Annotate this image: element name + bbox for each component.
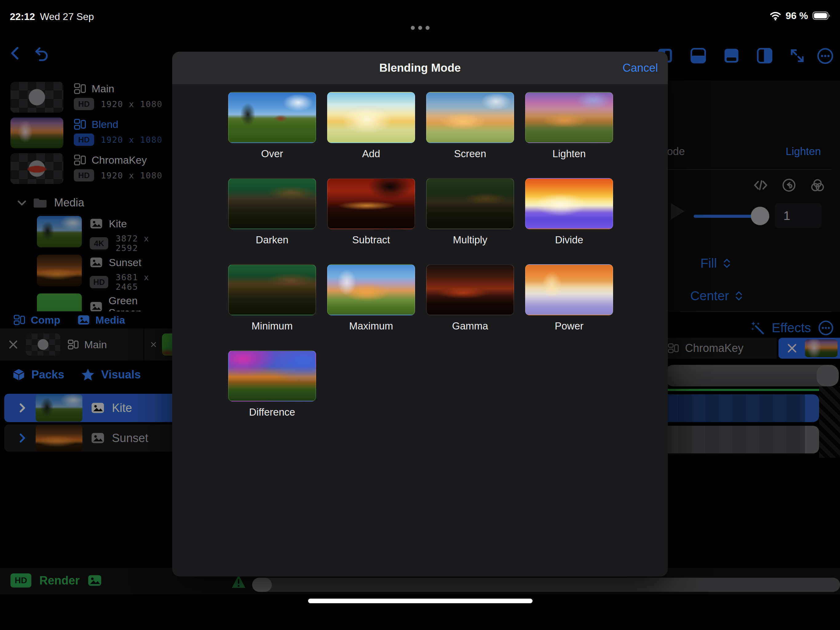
- inspector-panel: [663, 81, 840, 312]
- scrubber-cap: [816, 365, 839, 386]
- blend-mode-option-gamma[interactable]: Gamma: [426, 264, 514, 350]
- slider-thumb[interactable]: [751, 207, 769, 225]
- blend-mode-option-over[interactable]: Over: [228, 92, 316, 178]
- home-indicator[interactable]: [308, 598, 532, 603]
- fill-label: Fill: [700, 256, 717, 271]
- blend-mode-preview[interactable]: [525, 178, 613, 229]
- back-icon[interactable]: [9, 46, 23, 60]
- folder-icon: [33, 196, 47, 210]
- blend-mode-preview[interactable]: [228, 92, 316, 143]
- inspector-tab-chromakey[interactable]: ChromaKey: [663, 338, 777, 359]
- play-icon[interactable]: [671, 203, 684, 220]
- layout-bottom-filled-icon[interactable]: [723, 47, 740, 64]
- workspace-tab-strip: Main: [0, 329, 172, 361]
- layer-row-blend[interactable]: Blend HD 1920 x 1080: [0, 116, 172, 151]
- more-options-icon[interactable]: [816, 47, 834, 65]
- blend-mode-preview[interactable]: [426, 264, 514, 315]
- media-item-greenscreen[interactable]: Green Screen: [0, 293, 172, 311]
- layout-bottom-half-icon[interactable]: [690, 47, 707, 64]
- comp-icon: [68, 339, 79, 350]
- mode-value[interactable]: Lighten: [786, 145, 821, 157]
- media-item-sunset[interactable]: Sunset HD 3681 x 2465: [0, 254, 172, 291]
- center-dropdown[interactable]: Center: [690, 288, 744, 303]
- workspace-tab-green[interactable]: [145, 329, 172, 361]
- render-button[interactable]: Render: [39, 574, 80, 587]
- inspector-tab-label: ChromaKey: [685, 342, 744, 355]
- close-icon[interactable]: [7, 339, 19, 350]
- blend-mode-option-darken[interactable]: Darken: [228, 178, 316, 264]
- undo-icon[interactable]: [33, 46, 49, 62]
- image-icon: [91, 401, 104, 415]
- blend-mode-label: Over: [261, 148, 283, 160]
- blend-mode-preview[interactable]: [327, 264, 415, 315]
- workspace-tab-main[interactable]: Main: [0, 329, 143, 361]
- comp-icon: [668, 343, 679, 354]
- layer-name: Blend: [92, 119, 118, 130]
- timeline-zoom-scrubber[interactable]: [665, 365, 839, 386]
- timeline-out-of-range: [819, 386, 840, 458]
- opacity-value-field[interactable]: 1: [775, 203, 821, 228]
- render-hd-badge: HD: [11, 573, 32, 587]
- blend-mode-option-minimum[interactable]: Minimum: [228, 264, 316, 350]
- blend-mode-option-multiply[interactable]: Multiply: [426, 178, 514, 264]
- fill-dropdown[interactable]: Fill: [700, 256, 733, 271]
- blend-circles-icon[interactable]: [810, 178, 825, 193]
- blend-mode-preview[interactable]: [228, 350, 316, 401]
- divider: [680, 311, 831, 312]
- blend-mode-option-divide[interactable]: Divide: [525, 178, 613, 264]
- chevron-right-icon[interactable]: [16, 402, 28, 414]
- layer-resolution: 1920 x 1080: [101, 171, 163, 180]
- fullscreen-expand-icon[interactable]: [789, 47, 805, 64]
- layout-right-half-icon[interactable]: [756, 47, 773, 64]
- blend-mode-row[interactable]: Mode Lighten: [658, 145, 830, 157]
- blend-mode-preview[interactable]: [327, 92, 415, 143]
- updown-chevrons-icon: [721, 258, 733, 269]
- blend-mode-option-difference[interactable]: Difference: [228, 350, 316, 437]
- tab-visuals[interactable]: Visuals: [81, 367, 141, 382]
- cancel-button[interactable]: Cancel: [623, 62, 658, 74]
- blend-mode-preview[interactable]: [426, 92, 514, 143]
- blend-mode-option-screen[interactable]: Screen: [426, 92, 514, 178]
- close-icon[interactable]: [150, 339, 157, 350]
- media-item-kite[interactable]: Kite 4K 3872 x 2592: [0, 215, 172, 252]
- more-options-icon[interactable]: [818, 320, 834, 336]
- chevron-down-icon[interactable]: [16, 197, 28, 209]
- chevron-right-icon[interactable]: [16, 432, 28, 444]
- timeline-scrollbar[interactable]: [252, 578, 840, 592]
- effects-button[interactable]: Effects: [750, 320, 834, 336]
- tab-media[interactable]: Media: [77, 314, 125, 326]
- blend-mode-option-subtract[interactable]: Subtract: [327, 178, 415, 264]
- tab-comp[interactable]: Comp: [14, 314, 60, 326]
- layer-row-main[interactable]: Main HD 1920 x 1080: [0, 81, 172, 115]
- layer-chromakey-thumbnail: [11, 153, 63, 184]
- tab-visuals-label: Visuals: [101, 368, 141, 381]
- blend-mode-preview[interactable]: [327, 178, 415, 229]
- workspace-tab-thumbnail: [26, 334, 60, 356]
- code-icon[interactable]: [753, 178, 768, 193]
- blend-mode-preview[interactable]: [426, 178, 514, 229]
- tab-packs[interactable]: Packs: [12, 368, 64, 381]
- close-icon[interactable]: [786, 342, 798, 355]
- library-tab-bar: Packs Visuals: [0, 363, 172, 386]
- multitasking-indicator[interactable]: [411, 26, 429, 30]
- blend-mode-option-maximum[interactable]: Maximum: [327, 264, 415, 350]
- timeline-clip-sunset[interactable]: [665, 426, 819, 453]
- history-icon[interactable]: [782, 178, 796, 193]
- clip-handle[interactable]: [805, 394, 819, 422]
- timeline-clip-kite[interactable]: [665, 394, 819, 422]
- inspector-tab-blend-active[interactable]: [778, 338, 840, 359]
- blend-mode-option-add[interactable]: Add: [327, 92, 415, 178]
- blend-mode-preview[interactable]: [525, 264, 613, 315]
- blending-mode-dialog: Blending Mode Cancel Over Add Screen Lig…: [172, 52, 668, 576]
- blend-mode-preview[interactable]: [525, 92, 613, 143]
- blend-mode-option-power[interactable]: Power: [525, 264, 613, 350]
- blend-mode-option-lighten[interactable]: Lighten: [525, 92, 613, 178]
- clip-handle[interactable]: [805, 426, 819, 453]
- media-group-header[interactable]: Media: [0, 193, 172, 212]
- blend-mode-preview[interactable]: [228, 178, 316, 229]
- comp-icon: [14, 314, 25, 326]
- layer-row-chromakey[interactable]: ChromaKey HD 1920 x 1080: [0, 152, 172, 187]
- blend-mode-preview[interactable]: [228, 264, 316, 315]
- timeline-row-sunset[interactable]: Sunset: [4, 424, 172, 451]
- timeline-row-kite[interactable]: Kite: [4, 394, 172, 422]
